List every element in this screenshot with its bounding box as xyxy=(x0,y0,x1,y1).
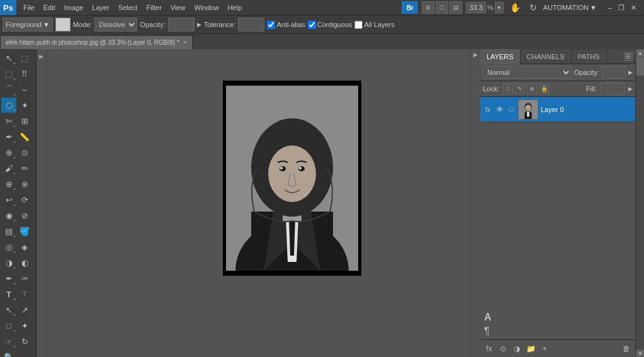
layer-visibility-toggle[interactable]: 👁 xyxy=(495,105,504,114)
text-tool-icon[interactable]: A xyxy=(484,312,631,323)
menu-image[interactable]: Image xyxy=(60,0,88,15)
tab-close-button[interactable]: × xyxy=(183,39,187,46)
brush-tool-btn[interactable]: 🖌▸ xyxy=(1,161,16,176)
lock-pixels-btn[interactable]: ✎ xyxy=(515,84,525,94)
single-col-marquee[interactable]: ⠿ xyxy=(17,66,32,81)
layout-btn[interactable]: ▤ xyxy=(449,1,462,14)
screen-mode-btn[interactable]: ⊞ xyxy=(422,1,434,14)
close-btn[interactable]: ✕ xyxy=(628,4,639,12)
left-strip-icon[interactable]: ◀ xyxy=(38,52,45,63)
clone-stamp-btn[interactable]: ⊕▸ xyxy=(1,176,16,191)
menu-layer[interactable]: Layer xyxy=(88,0,114,15)
opacity-arrow[interactable]: ▶ xyxy=(197,21,201,28)
adjustment-layer-btn[interactable]: ◑ xyxy=(511,343,523,355)
right-panel-scrollbar[interactable]: ▲ ▼ xyxy=(635,49,644,357)
slice-tool-btn[interactable]: ⊞ xyxy=(17,113,32,128)
lock-position-btn[interactable]: ⊕ xyxy=(527,84,537,94)
workspace-selector[interactable]: AUTOMATION ▼ xyxy=(543,4,597,11)
burn-tool-btn[interactable]: ◐ xyxy=(17,255,32,270)
pen-tool-btn[interactable]: ✒▸ xyxy=(1,271,16,286)
pencil-tool-btn[interactable]: ✏ xyxy=(17,161,32,176)
menu-help[interactable]: Help xyxy=(223,0,247,15)
art-history-btn[interactable]: ⟳ xyxy=(17,192,32,207)
all-layers-checkbox[interactable] xyxy=(354,21,363,29)
fill-input[interactable]: 100% xyxy=(601,82,624,95)
hand-tool-btn[interactable]: ☞▸ xyxy=(1,334,16,349)
opacity-input[interactable]: 100% xyxy=(168,18,195,31)
ruler-tool-btn[interactable]: 📏 xyxy=(17,129,32,144)
scroll-thumb[interactable] xyxy=(636,57,644,76)
dodge-tool-btn[interactable]: ◑▸ xyxy=(1,255,16,270)
spot-heal-btn[interactable]: ⊕▸ xyxy=(1,145,16,160)
lasso-tool-btn[interactable]: ⌒▸ xyxy=(1,82,16,97)
anti-alias-checkbox-label[interactable]: Anti-alias xyxy=(267,21,305,29)
marquee-tool-btn[interactable]: ⬚▸ xyxy=(1,66,16,81)
gradient-tool-btn[interactable]: ▤▸ xyxy=(1,224,16,239)
delete-layer-btn[interactable]: 🗑 xyxy=(620,343,633,355)
maximize-btn[interactable]: ❐ xyxy=(616,4,627,12)
paint-bucket-btn[interactable]: 🪣 xyxy=(17,224,32,239)
foreground-color-swatch[interactable] xyxy=(55,18,71,31)
rotate-view-btn[interactable]: ↻ xyxy=(17,334,32,349)
menu-select[interactable]: Select xyxy=(114,0,142,15)
new-layer-btn[interactable]: + xyxy=(538,343,551,355)
anti-alias-checkbox[interactable] xyxy=(267,21,275,29)
minimize-btn[interactable]: – xyxy=(606,4,614,11)
vert-type-btn[interactable]: ⊤ xyxy=(17,286,32,302)
blend-mode-select[interactable]: Normal Dissolve Multiply xyxy=(483,66,572,79)
all-layers-checkbox-label[interactable]: All Layers xyxy=(354,21,394,29)
zoom-tool-btn[interactable]: 🔍 xyxy=(1,349,16,357)
crop-tool-btn[interactable]: ✄▸ xyxy=(1,113,16,128)
magic-wand-btn[interactable]: ✦ xyxy=(17,98,32,113)
pattern-stamp-btn[interactable]: ⊛ xyxy=(17,176,32,191)
sharpen-tool-btn[interactable]: ◈ xyxy=(17,239,32,254)
history-brush-btn[interactable]: ↩▸ xyxy=(1,192,16,207)
zoom-toggle-btn[interactable]: ⬡ xyxy=(436,1,448,14)
document-canvas[interactable] xyxy=(223,81,361,276)
scroll-down-btn[interactable]: ▼ xyxy=(636,349,644,357)
zoom-dropdown[interactable]: ▼ xyxy=(495,2,504,13)
rotate-tool-btn[interactable]: ↻ xyxy=(527,3,539,13)
menu-view[interactable]: View xyxy=(166,0,190,15)
tab-layers[interactable]: LAYERS xyxy=(480,49,521,64)
lock-all-btn[interactable]: 🔒 xyxy=(539,84,549,94)
type-tool-btn[interactable]: T▸ xyxy=(1,286,16,302)
layer-styles-btn[interactable]: fx xyxy=(483,343,495,355)
custom-shape-btn[interactable]: ✦ xyxy=(17,318,32,333)
opacity-arrow[interactable]: ▶ xyxy=(628,69,633,76)
tab-channels[interactable]: CHANNELS xyxy=(521,49,572,64)
opacity-input[interactable]: 100% xyxy=(602,66,626,79)
menu-file[interactable]: File xyxy=(19,0,39,15)
blur-tool-btn[interactable]: ◎▸ xyxy=(1,239,16,254)
artboard-tool-btn[interactable]: ⬚ xyxy=(17,50,32,65)
contiguous-checkbox[interactable] xyxy=(308,21,316,29)
tab-paths[interactable]: PATHS xyxy=(572,49,607,64)
direct-select-btn[interactable]: ↗ xyxy=(17,302,32,317)
lasso2-btn[interactable]: ⌣ xyxy=(17,82,32,97)
document-tab[interactable]: efek hitam putih di photoshop.jpg @ 33.3… xyxy=(0,35,193,49)
lock-transparent-btn[interactable]: □ xyxy=(503,84,513,94)
mode-selector[interactable]: Dissolve Normal Multiply Screen xyxy=(94,18,137,31)
new-group-btn[interactable]: 📁 xyxy=(524,343,537,355)
right-strip-toggle[interactable]: ▶ xyxy=(473,52,478,58)
menu-edit[interactable]: Edit xyxy=(39,0,60,15)
layer-item[interactable]: fx 👁 ⬡ Layer 0 xyxy=(480,97,635,122)
contiguous-checkbox-label[interactable]: Contiguous xyxy=(308,21,353,29)
fill-arrow[interactable]: ▶ xyxy=(628,86,633,92)
path-select-btn[interactable]: ↖▸ xyxy=(1,302,16,317)
tolerance-input[interactable]: 32 xyxy=(238,18,264,31)
move-tool-btn[interactable]: ↖▸ xyxy=(1,50,16,65)
shape-tool-btn[interactable]: □▸ xyxy=(1,318,16,333)
patch-tool-btn[interactable]: ⊙ xyxy=(17,145,32,160)
scroll-up-btn[interactable]: ▲ xyxy=(636,49,644,57)
eyedropper-tool-btn[interactable]: ✒▸ xyxy=(1,129,16,144)
tool-selector[interactable]: Foreground ▼ xyxy=(3,18,53,31)
quick-select-tool-btn[interactable]: ⬡▸ xyxy=(1,98,16,113)
eraser-tool-btn[interactable]: ◉▸ xyxy=(1,208,16,223)
bg-eraser-btn[interactable]: ⊘ xyxy=(17,208,32,223)
menu-window[interactable]: Window xyxy=(190,0,223,15)
paragraph-tool-icon[interactable]: ¶ xyxy=(484,326,631,337)
panel-menu-btn[interactable]: ☰ xyxy=(624,52,633,61)
hand-tool-btn[interactable]: ✋ xyxy=(507,3,523,13)
menu-filter[interactable]: Filter xyxy=(142,0,166,15)
